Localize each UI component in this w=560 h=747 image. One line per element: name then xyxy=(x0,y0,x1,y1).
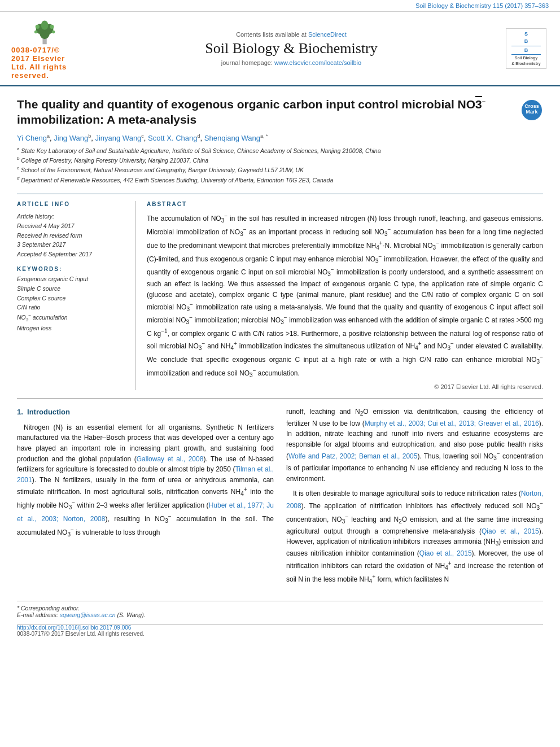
elsevier-logo: 0038-0717/© 2017 Elsevier Ltd. All right… xyxy=(11,18,79,80)
article-title: The quality and quantity of exogenous or… xyxy=(17,97,515,128)
keyword-3: Complex C source xyxy=(17,294,127,303)
article-footer: http://dx.doi.org/10.1016/j.soilbio.2017… xyxy=(17,624,543,637)
journal-homepage: journal homepage: www.elsevier.com/locat… xyxy=(79,59,504,66)
revised-date: Received in revised form3 September 2017 xyxy=(17,232,82,248)
elsevier-tree-icon xyxy=(28,18,62,46)
article-info-heading: ARTICLE INFO xyxy=(17,201,127,207)
ref-qiao2015a[interactable]: Qiao et al., 2015 xyxy=(482,527,539,535)
svg-point-8 xyxy=(52,30,55,33)
journal-reference-bar: Soil Biology & Biochemistry 115 (2017) 3… xyxy=(0,0,560,12)
ref-galloway[interactable]: Galloway et al., 2008 xyxy=(137,455,204,463)
keyword-4: C/N ratio xyxy=(17,303,127,312)
abstract-text: The accumulation of NO3− in the soil has… xyxy=(147,212,543,380)
abstract-column: ABSTRACT The accumulation of NO3− in the… xyxy=(147,201,543,390)
article-info-column: ARTICLE INFO Article history: Received 4… xyxy=(17,201,135,390)
author-jing-wang[interactable]: Jing Wang xyxy=(54,134,88,142)
copyright-text: © 2017 Elsevier Ltd. All rights reserved… xyxy=(147,383,543,390)
footer-notes: * Corresponding author. E-mail address: … xyxy=(17,601,543,637)
contents-available-text: Contents lists available at ScienceDirec… xyxy=(79,31,504,38)
journal-header: 0038-0717/© 2017 Elsevier Ltd. All right… xyxy=(0,12,560,86)
journal-title: Soil Biology & Biochemistry xyxy=(79,40,504,57)
ref-tilman[interactable]: Tilman et al., 2001 xyxy=(17,465,274,484)
intro-para2: runoff, leaching and N2O emission via de… xyxy=(286,407,543,484)
received-date: Received 4 May 2017 xyxy=(17,222,75,229)
ref-murphy[interactable]: Murphy et al., 2003; Cui et al., 2013; G… xyxy=(365,420,539,427)
homepage-url[interactable]: www.elsevier.com/locate/soilbio xyxy=(274,59,361,66)
crossmark-badge[interactable]: Cross Mark xyxy=(520,99,543,121)
svg-point-7 xyxy=(34,30,37,33)
svg-text:Cross: Cross xyxy=(524,103,539,109)
authors-line: Yi Chenga, Jing Wangb, Jinyang Wangc, Sc… xyxy=(17,133,543,142)
journal-ref-text: Soil Biology & Biochemistry 115 (2017) 3… xyxy=(415,2,549,9)
corresponding-note: * Corresponding author. E-mail address: … xyxy=(17,605,543,618)
author-shenqiang-wang[interactable]: Shenqiang Wang xyxy=(204,134,260,142)
keywords-heading: Keywords: xyxy=(17,266,127,272)
ref-qiao2015b[interactable]: Qiao et al., 2015 xyxy=(419,549,472,557)
sciencedirect-link[interactable]: ScienceDirect xyxy=(308,31,347,38)
elsevier-brand-text: 0038-0717/© 2017 Elsevier Ltd. All right… xyxy=(11,46,79,80)
email-suffix: (S. Wang). xyxy=(117,611,146,618)
abstract-heading: ABSTRACT xyxy=(147,201,543,207)
email-label: E-mail address: xyxy=(17,611,60,618)
author-email[interactable]: sqwang@issas.ac.cn xyxy=(60,611,116,618)
article-title-text: The quality and quantity of exogenous or… xyxy=(17,97,515,128)
svg-point-5 xyxy=(36,25,40,29)
keyword-6: Nitrogen loss xyxy=(17,324,127,333)
svg-text:Mark: Mark xyxy=(526,109,538,115)
article-title-section: The quality and quantity of exogenous or… xyxy=(17,97,543,128)
journal-logo-area: S B B Soil Biology& Biochemistry xyxy=(504,28,549,69)
body-left-col: 1. Introduction Nitrogen (N) is an essen… xyxy=(17,407,274,591)
accepted-date: Accepted 6 September 2017 xyxy=(17,251,92,257)
body-two-col: 1. Introduction Nitrogen (N) is an essen… xyxy=(17,407,543,591)
keyword-1: Exogenous organic C input xyxy=(17,274,127,284)
journal-logo-box: S B B Soil Biology& Biochemistry xyxy=(506,28,546,69)
doi-link[interactable]: http://dx.doi.org/10.1016/j.soilbio.2017… xyxy=(17,624,131,631)
section-divider xyxy=(17,398,543,399)
author-yi-cheng[interactable]: Yi Cheng xyxy=(17,134,47,142)
elsevier-logo-area: 0038-0717/© 2017 Elsevier Ltd. All right… xyxy=(11,18,79,80)
svg-point-6 xyxy=(50,25,54,29)
history-label: Article history: xyxy=(17,213,54,220)
keyword-2: Simple C source xyxy=(17,284,127,294)
author-jinyang-wang[interactable]: Jinyang Wang xyxy=(95,134,141,142)
ref-norton[interactable]: Norton, 2008 xyxy=(286,490,543,510)
intro-para3: It is often desirable to manage agricult… xyxy=(286,488,543,586)
intro-para1: Nitrogen (N) is an essential element for… xyxy=(17,422,274,539)
svg-point-4 xyxy=(41,20,49,29)
article-content: The quality and quantity of exogenous or… xyxy=(0,86,560,643)
keyword-5: NO3− accumulation xyxy=(17,312,127,324)
article-history: Article history: Received 4 May 2017 Rec… xyxy=(17,212,127,259)
issn-copyright: 0038-0717/© 2017 Elsevier Ltd. All right… xyxy=(17,631,543,637)
author-scott-chang[interactable]: Scott X. Chang xyxy=(148,134,197,142)
affiliations: a State Key Laboratory of Soil and Susta… xyxy=(17,146,543,185)
body-right-col: runoff, leaching and N2O emission via de… xyxy=(286,407,543,591)
article-info-abstract-section: ARTICLE INFO Article history: Received 4… xyxy=(17,194,543,390)
keywords-section: Keywords: Exogenous organic C input Simp… xyxy=(17,266,127,333)
ref-huber[interactable]: Huber et al., 1977; Ju et al., 2003; Nor… xyxy=(17,501,274,523)
intro-heading: 1. Introduction xyxy=(17,407,274,418)
ref-wolfe[interactable]: Wolfe and Patz, 2002; Beman et al., 2005 xyxy=(288,452,417,460)
journal-center: Contents lists available at ScienceDirec… xyxy=(79,31,504,66)
